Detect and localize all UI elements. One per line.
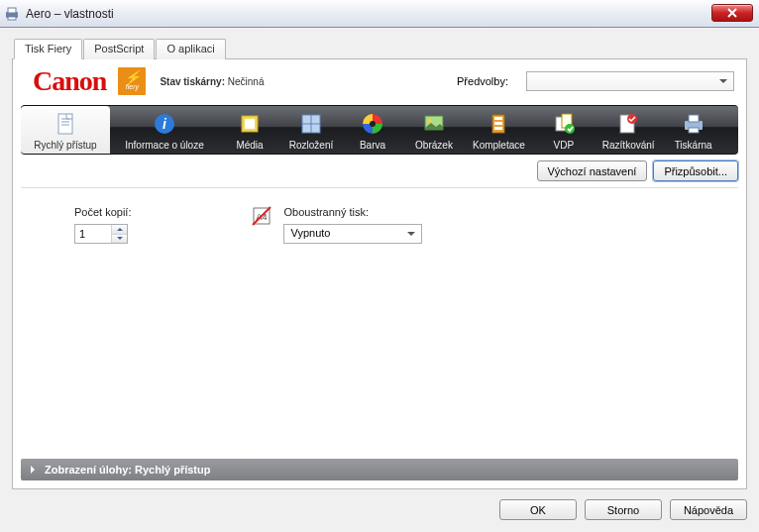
document-icon <box>53 110 78 138</box>
copies-label: Počet kopií: <box>74 206 131 218</box>
section-toolbar: Rychlý přístup i Informace o úloze Média… <box>21 105 738 155</box>
dialog-buttons: OK Storno Nápověda <box>12 489 747 520</box>
expand-icon <box>31 466 39 474</box>
close-button[interactable] <box>711 4 753 22</box>
vdp-icon <box>551 110 577 138</box>
brand-row: Canon ⚡fiery Stav tiskárny: Nečinná Před… <box>13 59 746 105</box>
toolbar-label: VDP <box>554 140 575 151</box>
printer-status-label: Stav tiskárny: <box>160 76 225 87</box>
toolbar-label: Tiskárna <box>675 140 712 151</box>
duplex-group: A4 Oboustranný tisk: Vypnuto <box>250 206 422 244</box>
tab-tisk-fiery[interactable]: Tisk Fiery <box>14 39 82 59</box>
ok-button[interactable]: OK <box>499 499 577 520</box>
toolbar-label: Rychlý přístup <box>34 140 96 151</box>
tab-postscript[interactable]: PostScript <box>83 39 155 59</box>
svg-rect-7 <box>245 119 255 129</box>
svg-point-14 <box>428 119 432 123</box>
info-icon: i <box>152 110 177 138</box>
titlebar: Aero – vlastnosti <box>0 0 759 28</box>
svg-rect-1 <box>8 8 16 13</box>
copies-spinner[interactable] <box>74 224 128 244</box>
toolbar-label: Barva <box>360 140 385 151</box>
customize-button[interactable]: Přizpůsobit... <box>653 160 738 181</box>
toolbar-label: Kompletace <box>473 140 525 151</box>
svg-rect-16 <box>494 117 502 120</box>
toolbar-rychly-pristup[interactable]: Rychlý přístup <box>21 106 110 154</box>
svg-rect-2 <box>8 17 16 20</box>
svg-rect-17 <box>494 122 502 125</box>
tab-o-aplikaci[interactable]: O aplikaci <box>156 39 225 59</box>
toolbar-label: Obrázek <box>415 140 453 151</box>
toolbar-razitkovani[interactable]: Razítkování <box>595 106 663 154</box>
printer-app-icon <box>4 6 20 22</box>
svg-rect-18 <box>494 127 502 130</box>
toolbar-vdp[interactable]: VDP <box>533 106 595 154</box>
window-title: Aero – vlastnosti <box>26 7 114 21</box>
svg-rect-26 <box>689 128 699 133</box>
printer-status: Stav tiskárny: Nečinná <box>160 76 264 87</box>
copies-up[interactable] <box>111 225 127 235</box>
sub-buttons: Výchozí nastavení Přizpůsobit... <box>13 155 746 187</box>
toolbar-tiskarna[interactable]: Tiskárna <box>663 106 724 154</box>
toolbar-label: Média <box>236 140 263 151</box>
client-area: Tisk Fiery PostScript O aplikaci Canon ⚡… <box>0 28 759 532</box>
toolbar-informace-o-uloze[interactable]: i Informace o úloze <box>110 106 219 154</box>
toolbar-label: Razítkování <box>602 140 655 151</box>
duplex-value: Vypnuto <box>290 227 330 239</box>
toolbar-kompletace[interactable]: Kompletace <box>465 106 533 154</box>
duplex-label: Oboustranný tisk: <box>283 206 422 218</box>
job-view-text: Zobrazení úlohy: Rychlý přístup <box>45 464 210 476</box>
copies-input[interactable] <box>75 225 111 243</box>
duplex-dropdown[interactable]: Vypnuto <box>283 224 422 244</box>
presets-dropdown[interactable] <box>526 71 734 91</box>
job-view-strip[interactable]: Zobrazení úlohy: Rychlý přístup <box>21 459 738 480</box>
toolbar-label: Rozložení <box>289 140 333 151</box>
canon-logo: Canon <box>33 65 106 97</box>
duplex-off-icon: A4 <box>250 204 273 228</box>
printer-icon <box>681 110 706 138</box>
stamp-icon <box>615 110 641 138</box>
svg-point-12 <box>370 121 376 127</box>
toolbar-obrazek[interactable]: Obrázek <box>403 106 465 154</box>
fiery-logo: ⚡fiery <box>118 67 146 95</box>
presets-label: Předvolby: <box>457 75 508 87</box>
svg-point-21 <box>565 124 575 134</box>
toolbar-label: Informace o úloze <box>125 140 204 151</box>
defaults-button[interactable]: Výchozí nastavení <box>537 160 648 181</box>
main-tabs: Tisk Fiery PostScript O aplikaci <box>14 38 747 58</box>
toolbar-media[interactable]: Média <box>219 106 280 154</box>
content-area: Počet kopií: A4 Oboustranný tisk: Vypn <box>21 187 738 459</box>
color-icon <box>360 110 385 138</box>
layout-icon <box>298 110 324 138</box>
copies-group: Počet kopií: <box>74 206 131 244</box>
media-icon <box>237 110 263 138</box>
finishing-icon <box>486 110 511 138</box>
copies-down[interactable] <box>111 235 127 244</box>
svg-rect-25 <box>689 115 699 122</box>
tab-pane: Canon ⚡fiery Stav tiskárny: Nečinná Před… <box>12 58 747 489</box>
printer-status-value: Nečinná <box>228 76 265 87</box>
svg-rect-3 <box>58 114 72 134</box>
cancel-button[interactable]: Storno <box>585 499 662 520</box>
help-button[interactable]: Nápověda <box>670 499 747 520</box>
image-icon <box>421 110 447 138</box>
toolbar-barva[interactable]: Barva <box>342 106 403 154</box>
toolbar-rozlozeni[interactable]: Rozložení <box>280 106 342 154</box>
